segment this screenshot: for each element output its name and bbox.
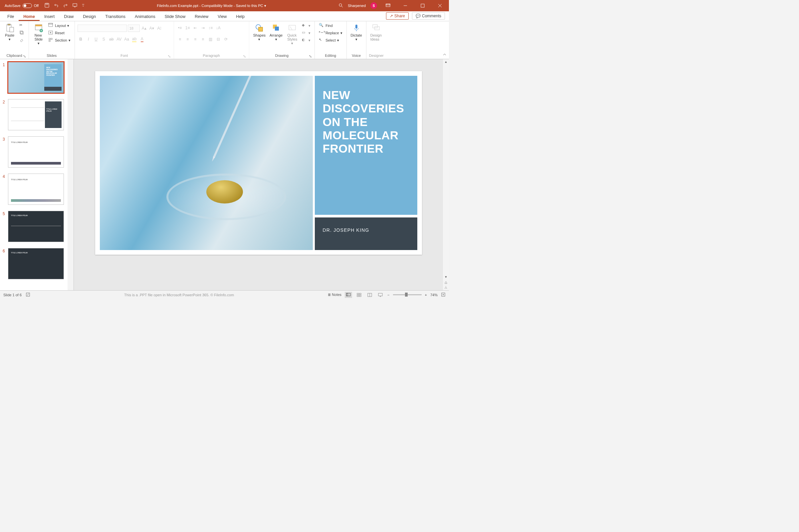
justify-icon[interactable]: ≡: [200, 36, 206, 42]
cut-button[interactable]: ✂: [18, 23, 26, 28]
decrease-font-icon[interactable]: A▾: [148, 25, 155, 32]
next-slide-icon[interactable]: ⧊: [443, 285, 449, 290]
autosave-toggle[interactable]: AutoSave Off: [5, 3, 39, 8]
prev-slide-icon[interactable]: ⧋: [443, 280, 449, 285]
share-button[interactable]: ↗Share: [386, 12, 408, 20]
arrange-button[interactable]: Arrange ▾: [268, 23, 284, 42]
tab-view[interactable]: View: [213, 12, 231, 21]
minimize-button[interactable]: [399, 0, 412, 11]
find-button[interactable]: 🔍Find: [317, 23, 343, 28]
section-button[interactable]: Section ▾: [47, 37, 72, 43]
dictate-button[interactable]: Dictate ▾: [349, 23, 363, 42]
slide-canvas[interactable]: NEW DISCOVERIES ON THE MOLECULAR FRONTIE…: [95, 71, 422, 255]
paste-button[interactable]: Paste ▾: [3, 23, 17, 42]
avatar[interactable]: S: [370, 2, 377, 9]
close-button[interactable]: [434, 0, 446, 11]
thumbnail-slide-2[interactable]: TITLE LOREM IPSUM: [8, 99, 64, 130]
clear-formatting-icon[interactable]: A⃠: [156, 25, 163, 32]
accessibility-icon[interactable]: [25, 292, 30, 298]
increase-indent-icon[interactable]: ⇥: [200, 25, 206, 31]
slide-title-box[interactable]: NEW DISCOVERIES ON THE MOLECULAR FRONTIE…: [315, 76, 417, 215]
thumbnail-slide-5[interactable]: TITLE LOREM IPSUM: [8, 211, 64, 242]
search-icon[interactable]: [339, 3, 343, 8]
thumbnails-scrollbar[interactable]: [68, 59, 74, 290]
quick-styles-button[interactable]: Quick Styles ▾: [285, 23, 299, 46]
maximize-button[interactable]: [416, 0, 429, 11]
shadow-button[interactable]: S: [101, 36, 107, 42]
font-name-combo[interactable]: [77, 25, 127, 32]
slideshow-view-icon[interactable]: [377, 292, 384, 298]
bold-button[interactable]: B: [77, 36, 84, 42]
tab-transitions[interactable]: Transitions: [101, 12, 130, 21]
undo-icon[interactable]: [54, 3, 58, 8]
columns-icon[interactable]: ▥: [207, 36, 214, 42]
dialog-launcher-icon[interactable]: ⤡: [308, 54, 312, 58]
qat-more-icon[interactable]: [82, 3, 85, 8]
tab-insert[interactable]: Insert: [40, 12, 59, 21]
font-size-combo[interactable]: [128, 25, 140, 32]
align-center-icon[interactable]: ≡: [184, 36, 191, 42]
shapes-button[interactable]: Shapes ▾: [252, 23, 267, 42]
thumbnail-slide-4[interactable]: TITLE LOREM IPSUM: [8, 174, 64, 205]
text-direction-icon[interactable]: ↓A: [215, 25, 222, 31]
slide-subtitle-box[interactable]: DR. JOSEPH KING: [315, 217, 417, 250]
tab-help[interactable]: Help: [231, 12, 249, 21]
slide-indicator[interactable]: Slide 1 of 6: [3, 293, 22, 297]
dialog-launcher-icon[interactable]: ⤡: [168, 54, 171, 58]
zoom-in-button[interactable]: +: [425, 293, 427, 297]
copy-button[interactable]: [18, 30, 26, 36]
format-painter-button[interactable]: [18, 37, 26, 43]
align-left-icon[interactable]: ≡: [177, 36, 183, 42]
strikethrough-button[interactable]: ab: [108, 36, 115, 42]
underline-button[interactable]: U: [93, 36, 99, 42]
scroll-down-icon[interactable]: ▼: [443, 274, 449, 280]
tab-slide-show[interactable]: Slide Show: [160, 12, 190, 21]
reset-button[interactable]: Reset: [47, 30, 72, 36]
zoom-level[interactable]: 74%: [430, 293, 438, 297]
italic-button[interactable]: I: [85, 36, 92, 42]
zoom-out-button[interactable]: −: [387, 293, 389, 297]
dialog-launcher-icon[interactable]: ⤡: [23, 54, 26, 58]
zoom-slider[interactable]: [393, 294, 422, 295]
thumbnail-slide-6[interactable]: TITLE LOREM IPSUM: [8, 248, 64, 279]
dialog-launcher-icon[interactable]: ⤡: [243, 54, 246, 58]
tab-design[interactable]: Design: [78, 12, 101, 21]
tab-animations[interactable]: Animations: [130, 12, 160, 21]
align-text-icon[interactable]: ⊟: [215, 36, 222, 42]
align-right-icon[interactable]: ≡: [192, 36, 199, 42]
highlight-button[interactable]: ab: [131, 36, 138, 42]
decrease-indent-icon[interactable]: ⇤: [192, 25, 199, 31]
increase-font-icon[interactable]: A▴: [141, 25, 147, 32]
thumbnail-slide-3[interactable]: TITLE LOREM IPSUM: [8, 136, 64, 168]
chevron-down-icon[interactable]: ▾: [264, 4, 266, 8]
shape-effects-button[interactable]: ◐▾: [301, 37, 312, 43]
tab-home[interactable]: Home: [19, 12, 40, 21]
normal-view-icon[interactable]: [345, 292, 352, 298]
account-name[interactable]: Sharpened: [348, 4, 366, 8]
change-case-button[interactable]: Aa: [124, 36, 130, 42]
select-button[interactable]: ↖Select ▾: [317, 37, 343, 43]
save-icon[interactable]: [44, 3, 49, 8]
fit-to-window-icon[interactable]: [441, 292, 446, 298]
design-ideas-button[interactable]: Design Ideas: [369, 23, 383, 42]
shape-outline-button[interactable]: ▭▾: [301, 30, 312, 36]
redo-icon[interactable]: [63, 3, 68, 8]
scroll-up-icon[interactable]: ▲: [443, 59, 449, 64]
slide-image[interactable]: [100, 76, 313, 250]
tab-file[interactable]: File: [3, 12, 19, 21]
layout-button[interactable]: Layout ▾: [47, 23, 72, 28]
font-color-button[interactable]: A: [139, 36, 145, 42]
char-spacing-button[interactable]: AV: [116, 36, 123, 42]
new-slide-button[interactable]: New Slide ▾: [32, 23, 46, 46]
reading-view-icon[interactable]: [366, 292, 374, 298]
smartart-icon[interactable]: ⟳: [223, 36, 229, 42]
thumbnail-slide-1[interactable]: NEW DISCOVERIES ON THE MOLECULAR FRONTIE…: [8, 62, 64, 93]
collapse-ribbon-icon[interactable]: [442, 52, 447, 57]
tab-review[interactable]: Review: [190, 12, 213, 21]
replace-button[interactable]: ᵃ↔ᵇReplace ▾: [317, 30, 343, 36]
slideshow-start-icon[interactable]: [73, 3, 77, 8]
tab-draw[interactable]: Draw: [59, 12, 78, 21]
ribbon-display-icon[interactable]: [382, 0, 394, 11]
line-spacing-icon[interactable]: ↕≡: [207, 25, 214, 31]
notes-button[interactable]: ≣ Notes: [328, 292, 341, 297]
